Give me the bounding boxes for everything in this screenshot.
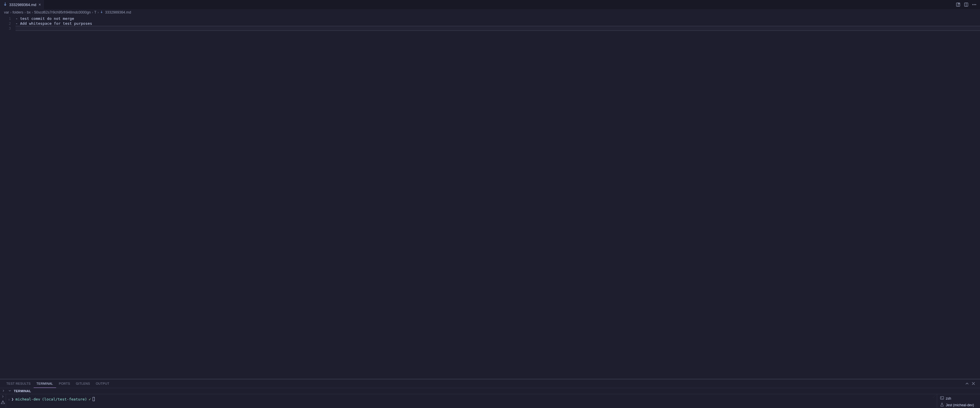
tab-filename: 3332989364.md [9,3,36,7]
panel-tab-terminal[interactable]: TERMINAL [33,379,56,388]
prompt-clean-icon: ✓ [89,397,91,402]
line-number: 1 [0,16,11,21]
panel-tab-bar: TEST RESULTSTERMINALPORTSGITLENSOUTPUT [0,379,980,388]
terminal-session-list: zshJest (micheal-dev) [937,394,980,408]
svg-point-1 [959,3,959,4]
terminal-icon [940,396,944,401]
markdown-file-icon [3,2,8,8]
chevron-right-icon: › [24,10,25,14]
terminal-session-label: Jest (micheal-dev) [946,403,974,407]
code-line[interactable]: - test commit do not merge [16,16,980,21]
maximize-panel-button[interactable] [964,380,970,387]
terminal-group-header[interactable]: TERMINAL [0,388,980,394]
chevron-right-icon: › [97,10,99,14]
code-area[interactable]: - test commit do not merge- Add whitespa… [16,16,980,379]
breadcrumb-segment[interactable]: var [4,10,9,14]
chevron-right-icon: › [92,10,93,14]
prompt-symbol: ❯ [11,397,14,402]
panel-tab-output[interactable]: OUTPUT [93,379,112,388]
chevron-right-icon: › [32,10,33,14]
close-tab-button[interactable]: × [38,2,41,7]
beaker-icon [940,403,944,407]
chevron-right-icon[interactable] [1,395,5,399]
terminal-group-label: TERMINAL [14,389,31,393]
code-line[interactable] [16,26,980,31]
breadcrumb-segment[interactable]: bx [27,10,30,14]
svg-point-3 [972,4,973,5]
chevron-down-icon[interactable] [8,389,12,393]
bottom-panel: TEST RESULTSTERMINALPORTSGITLENSOUTPUT T… [0,379,980,408]
svg-point-5 [975,4,976,5]
breadcrumb-segment[interactable]: 50scd62s7r9ch95rfr948mdc0000gn [34,10,91,14]
line-number: 3 [0,26,11,31]
editor-tab[interactable]: 3332989364.md × [0,0,45,9]
chevron-right-icon[interactable] [1,389,6,393]
svg-point-4 [974,4,975,5]
panel-tab-ports[interactable]: PORTS [56,379,73,388]
breadcrumb-segment[interactable]: folders [13,10,24,14]
split-editor-button[interactable] [963,1,970,8]
terminal-session-zsh[interactable]: zsh [939,395,978,402]
terminal[interactable]: ○ ❯ micheal-dev (local/test-feature) ✓ ⋰ [6,394,937,408]
terminal-session-jest[interactable]: Jest (micheal-dev) [939,402,978,408]
code-line[interactable]: - Add whitespace for test purposes [16,21,980,26]
prompt-status-icon: ○ [8,397,10,402]
markdown-file-icon [100,10,103,14]
warning-icon [1,400,5,405]
close-panel-button[interactable] [970,380,977,387]
open-preview-button[interactable] [955,1,962,8]
line-number-gutter: 123 [0,16,16,379]
text-editor[interactable]: 123 - test commit do not merge- Add whit… [0,16,980,379]
chevron-right-icon: › [10,10,11,14]
editor-tab-bar: 3332989364.md × [0,0,980,9]
breadcrumb: var › folders › bx › 50scd62s7r9ch95rfr9… [0,9,980,16]
panel-tab-test-results[interactable]: TEST RESULTS [3,379,33,388]
terminal-session-label: zsh [946,397,951,400]
panel-tab-gitlens[interactable]: GITLENS [73,379,93,388]
terminal-cursor [93,397,95,401]
terminal-status-gutter [0,394,6,408]
more-actions-button[interactable] [971,1,978,8]
breadcrumb-segment[interactable]: 3332989364.md [105,10,131,14]
line-number: 2 [0,21,11,26]
resize-handle-icon[interactable]: ⋰ [933,395,936,398]
prompt-host: micheal-dev [16,397,40,402]
breadcrumb-segment[interactable]: T [94,10,96,14]
prompt-branch: (local/test-feature) [42,397,87,402]
svg-rect-6 [940,397,943,399]
